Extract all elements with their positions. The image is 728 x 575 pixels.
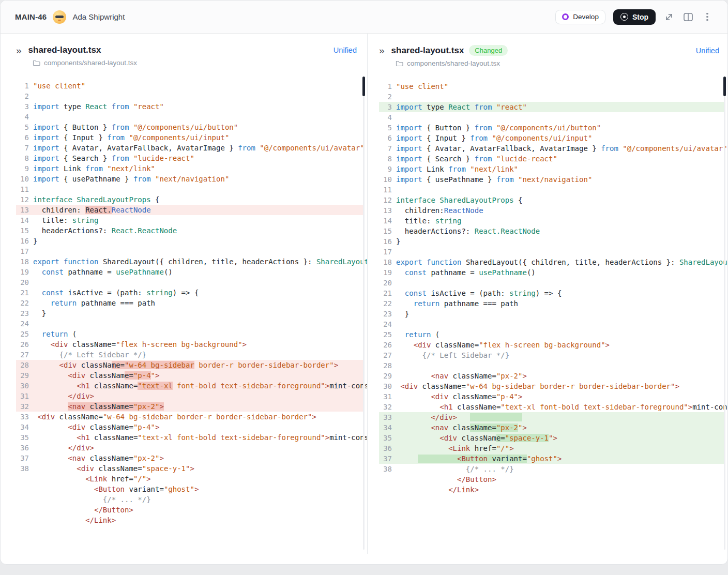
code-text: <h1 className="text-xl font-bold text-si… bbox=[33, 381, 368, 391]
line-number: 32 bbox=[16, 401, 29, 412]
collapse-chevrons-icon[interactable]: » bbox=[379, 46, 385, 55]
line-number: 27 bbox=[16, 350, 29, 360]
stop-button[interactable]: Stop bbox=[613, 9, 656, 25]
code-line: 35 <div className="space-y-1"> bbox=[379, 433, 724, 443]
expand-icon[interactable] bbox=[663, 11, 675, 23]
code-line: 8import { Search } from "lucide-react" bbox=[379, 154, 724, 164]
code-line: 4 bbox=[16, 112, 364, 122]
code-text: import { Avatar, AvatarFallback, AvatarI… bbox=[33, 143, 365, 153]
line-number: 5 bbox=[379, 123, 392, 133]
code-line: 34 <div className="p-4"> bbox=[16, 422, 364, 432]
line-number bbox=[16, 484, 29, 494]
line-number: 25 bbox=[16, 329, 29, 339]
code-text: import Link from "next/link" bbox=[396, 164, 518, 174]
code-text: <div className="space-y-1"> bbox=[396, 433, 557, 443]
code-line: 21 const isActive = (path: string) => { bbox=[16, 288, 364, 298]
code-line: <Button variant="ghost"> bbox=[16, 484, 364, 494]
code-line: 18export function SharedLayout({ childre… bbox=[379, 257, 724, 267]
code-line: 25 return ( bbox=[16, 329, 364, 339]
line-number: 23 bbox=[379, 309, 392, 319]
scrollbar-thumb[interactable] bbox=[723, 77, 726, 96]
line-number: 24 bbox=[379, 319, 392, 329]
code-line: 6import { Input } from "@/components/ui/… bbox=[16, 132, 364, 143]
code-line: 37 <nav className="px-2"> bbox=[16, 453, 364, 463]
code-line: 8import { Search } from "lucide-react" bbox=[16, 153, 364, 163]
collapse-chevrons-icon[interactable]: » bbox=[16, 46, 22, 55]
code-line: 11 bbox=[379, 185, 724, 195]
stop-record-icon bbox=[620, 13, 628, 21]
code-text: <div className="p-4"> bbox=[396, 391, 522, 402]
line-number: 23 bbox=[16, 308, 29, 319]
code-line: 22 return pathname === path bbox=[379, 298, 724, 309]
line-number: 18 bbox=[16, 256, 29, 267]
line-number: 2 bbox=[379, 92, 392, 102]
code-text: {/* ... */} bbox=[396, 464, 514, 474]
scrollbar-track bbox=[724, 77, 725, 550]
file-path: components/shared-layout.tsx bbox=[44, 59, 137, 67]
line-number: 15 bbox=[379, 226, 392, 236]
line-number: 22 bbox=[379, 298, 392, 309]
line-number: 8 bbox=[379, 154, 392, 164]
code-line: 35 <h1 className="text-xl font-bold text… bbox=[16, 432, 364, 443]
line-number: 37 bbox=[16, 453, 29, 463]
more-menu-icon[interactable] bbox=[702, 11, 713, 23]
code-text: children:ReactNode bbox=[396, 205, 483, 216]
code-line: 3import type React from "react" bbox=[16, 101, 364, 112]
line-number: 20 bbox=[379, 278, 392, 288]
code-line: 24 bbox=[16, 319, 364, 329]
code-text: headerActions?: React.ReactNode bbox=[33, 225, 177, 236]
code-text: <div className="flex h-screen bg-backgro… bbox=[33, 339, 247, 350]
code-line: 5import { Button } from "@/components/ui… bbox=[379, 123, 724, 133]
code-line: 23 } bbox=[379, 309, 724, 319]
develop-button[interactable]: Develop bbox=[555, 10, 605, 24]
line-number: 9 bbox=[16, 163, 29, 174]
code-text: <Link href="/"> bbox=[396, 443, 514, 453]
code-text: <nav className="px-2"> bbox=[396, 422, 527, 433]
code-text: {/* Left Sidebar */} bbox=[396, 350, 509, 360]
code-text: } bbox=[33, 236, 37, 246]
code-line: 19 const pathname = usePathname() bbox=[379, 267, 724, 278]
code-text: return ( bbox=[33, 329, 77, 339]
code-text: import { Input } from "@/components/ui/i… bbox=[396, 133, 592, 143]
code-text: <Button variant="ghost"> bbox=[33, 484, 199, 494]
code-line: {/* ... */} bbox=[16, 494, 364, 505]
code-text: <Link href="/"> bbox=[33, 474, 151, 484]
code-text: const isActive = (path: string) => { bbox=[33, 288, 199, 298]
line-number: 19 bbox=[379, 267, 392, 278]
line-number: 10 bbox=[16, 174, 29, 184]
diff-pane-original: » shared-layout.tsx Unified components/s… bbox=[1, 34, 368, 554]
split-view-icon[interactable] bbox=[682, 11, 694, 23]
code-text: import type React from "react" bbox=[33, 101, 164, 112]
code-text: <div className="flex h-screen bg-backgro… bbox=[396, 340, 610, 350]
code-text: import { usePathname } from "next/naviga… bbox=[33, 174, 229, 184]
line-number: 5 bbox=[16, 122, 29, 132]
line-number: 29 bbox=[379, 371, 392, 381]
line-number: 34 bbox=[379, 422, 392, 433]
code-text: </div> bbox=[33, 443, 94, 453]
code-line: 7import { Avatar, AvatarFallback, Avatar… bbox=[16, 143, 364, 153]
code-text: export function SharedLayout({ children,… bbox=[396, 257, 727, 267]
code-line: 23 } bbox=[16, 308, 364, 319]
code-text: title: string bbox=[396, 216, 461, 226]
code-line: 32 <h1 className="text-xl font-bold text… bbox=[379, 402, 724, 412]
code-line: 27 {/* Left Sidebar */} bbox=[16, 350, 364, 360]
code-text: <div className="p-4"> bbox=[33, 422, 159, 432]
code-line: 10import { usePathname } from "next/navi… bbox=[16, 174, 364, 184]
view-mode-toggle[interactable]: Unified bbox=[696, 47, 719, 55]
code-text: </Link> bbox=[33, 515, 116, 525]
view-mode-toggle[interactable]: Unified bbox=[333, 46, 357, 54]
code-line: 16} bbox=[379, 236, 724, 247]
scrollbar-thumb[interactable] bbox=[362, 77, 365, 96]
code-line: 29 <nav className="px-2"> bbox=[379, 371, 724, 381]
code-text: {/* ... */} bbox=[33, 494, 151, 505]
line-number: 12 bbox=[16, 194, 29, 205]
line-number: 3 bbox=[16, 101, 29, 112]
code-text: <div className="space-y-1"> bbox=[33, 463, 194, 474]
code-text: import { Search } from "lucide-react" bbox=[396, 154, 557, 164]
code-line: 31 <div className="p-4"> bbox=[379, 391, 724, 402]
code-line: 7import { Avatar, AvatarFallback, Avatar… bbox=[379, 143, 724, 154]
code-line: 14 title: string bbox=[16, 215, 364, 225]
line-number: 17 bbox=[379, 247, 392, 257]
line-number: 19 bbox=[16, 267, 29, 277]
line-number: 14 bbox=[16, 215, 29, 225]
